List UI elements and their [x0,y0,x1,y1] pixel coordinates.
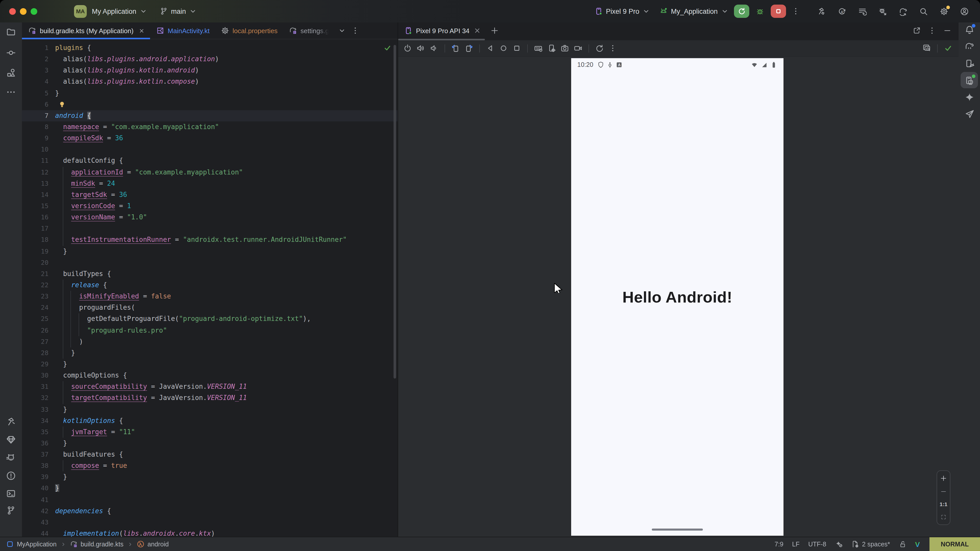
editor-tab-local.properties[interactable]: local.properties [215,22,283,39]
volume-up-button[interactable] [417,44,425,52]
power-button[interactable] [403,44,412,52]
stop-button[interactable] [771,5,786,18]
apply-changes-button[interactable]: A [833,3,850,19]
tab-list-chevron-icon[interactable] [338,27,346,35]
line-ending[interactable]: LF [792,540,800,548]
nav-home-button[interactable] [499,44,508,52]
gesture-navigation-handle[interactable] [652,528,703,530]
emulator-screen[interactable]: 10:20 A Hello Android! [571,58,783,536]
user-profile-button[interactable] [956,3,973,19]
zoom-fit-icon[interactable] [940,514,947,520]
close-icon[interactable] [138,27,145,34]
rotate-right-button[interactable] [465,44,473,52]
intention-bulb-icon[interactable] [58,100,66,108]
tool-window-button-commit[interactable] [2,44,20,61]
tool-window-button-version-control-branch[interactable] [2,502,20,518]
tool-window-button-more-ellipsis[interactable] [2,84,20,100]
gradle-sync-icon [899,7,907,16]
status-check-button[interactable] [944,44,953,52]
tab-label: MainActivity.kt [168,27,210,35]
rotate-left-button[interactable] [451,44,460,52]
search-button[interactable] [915,3,932,19]
tool-window-button-hammer-build[interactable] [2,413,20,430]
inspections-passed-icon[interactable] [383,44,391,52]
layout-inspector-button[interactable] [922,44,931,52]
device-tab[interactable]: Pixel 9 Pro API 34 [398,22,485,39]
open-in-new-window-icon[interactable] [913,27,921,35]
code-line-15: 15 versionCode = 1 [22,200,398,212]
tab-options-kebab-icon[interactable] [352,27,360,35]
tool-window-button-assistant-plane[interactable] [961,106,978,122]
line-number: 17 [22,223,55,234]
breadcrumb-android[interactable]: android [137,540,169,548]
tool-window-button-folder-project[interactable] [2,24,20,40]
gradle-sync-button[interactable] [894,3,912,19]
line-number: 43 [22,517,55,528]
nav-overview-button[interactable] [512,44,521,52]
breadcrumb-MyApplication[interactable]: MyApplication [6,540,57,548]
project-selector[interactable]: My Application [92,7,148,15]
ai-assistant-disabled-icon[interactable] [835,540,843,548]
screen-record-button[interactable] [574,44,582,52]
tool-window-button-running-devices[interactable] [961,72,978,88]
breadcrumb[interactable]: MyApplicationbuild.gradle.ktsandroid [0,540,169,548]
volume-down-button[interactable] [430,44,438,52]
hide-panel-icon[interactable] [943,27,951,35]
minimize-window-button[interactable] [20,8,27,14]
hammer-build-icon [6,416,16,426]
tool-window-button-gem[interactable] [2,431,20,448]
editor-scrollbar[interactable] [393,45,396,379]
more-kebab-button[interactable] [608,44,617,52]
code-line-35: 35 jvmTarget = "11" [22,427,398,438]
tool-window-button-device-manager[interactable] [961,55,978,71]
device-settings-button[interactable] [547,44,556,52]
build-hammer-button[interactable] [813,3,830,19]
line-number: 28 [22,348,55,359]
zoom-in-icon[interactable] [940,475,947,482]
add-device-tab-icon[interactable] [490,27,499,35]
tool-window-button-resource-shapes[interactable] [2,64,20,81]
debug-button[interactable] [751,3,769,19]
tool-window-button-problems-alert[interactable] [2,467,20,484]
editor-tab-build.gradle.kts[interactable]: build.gradle.kts (My Application) [22,22,150,39]
tool-window-button-gemini-sparkle[interactable] [961,89,978,105]
editor-tab-settings.g[interactable]: settings.g [283,22,334,39]
editor-tab-MainActivity.kt[interactable]: MainActivity.kt [150,22,215,39]
window-controls[interactable] [9,8,37,14]
close-window-button[interactable] [9,8,16,14]
tool-window-button-logcat-cat[interactable] [2,449,20,466]
line-number: 12 [22,167,55,178]
attach-debugger-button[interactable] [874,3,891,19]
caret-position[interactable]: 7:9 [775,540,783,548]
breadcrumb-label: MyApplication [17,540,57,548]
screenshot-camera-button[interactable] [560,44,569,52]
editor-pane[interactable]: build.gradle.kts (My Application)MainAct… [22,22,398,537]
indent-widget[interactable]: 2 spaces* [851,540,890,548]
ideavim-icon[interactable]: V [915,540,920,548]
run-configuration-selector[interactable]: My_Application [660,7,729,15]
encoding[interactable]: UTF-8 [808,540,826,548]
code-line-18: 18 testInstrumentationRunner = "androidx… [22,234,398,246]
tool-window-button-bell-notification[interactable] [961,21,978,38]
breadcrumb-build.gradle.kts[interactable]: build.gradle.kts [70,540,124,548]
lock-open-icon[interactable] [899,540,907,548]
rerun-button[interactable] [734,5,749,18]
zoom-window-button[interactable] [30,8,37,14]
zoom-1to1-button[interactable]: 1:1 [940,501,947,507]
vcs-branch-selector[interactable]: main [160,7,197,15]
keyboard-input-button[interactable] [534,44,542,52]
nav-back-button[interactable] [486,44,495,52]
panel-options-kebab-icon[interactable] [928,27,936,35]
settings-gear-button[interactable] [935,3,953,19]
chevron-down-icon [189,7,197,15]
code-editor[interactable]: 1plugins {2 alias(libs.plugins.android.a… [22,39,398,539]
close-icon[interactable] [473,27,481,35]
zoom-out-icon[interactable] [940,488,947,495]
tool-window-button-gradle-elephant[interactable] [961,38,978,55]
more-run-actions-button[interactable] [787,3,804,19]
tool-window-button-terminal[interactable] [2,485,20,502]
rollback-lines-button[interactable] [853,3,871,19]
line-number: 41 [22,494,55,505]
reset-snapshot-button[interactable] [595,44,604,52]
device-selector[interactable]: Pixel 9 Pro [595,7,651,15]
